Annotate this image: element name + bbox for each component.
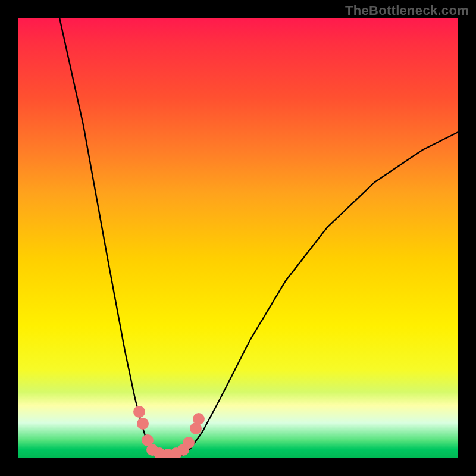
curve-marker (183, 437, 195, 449)
watermark-text: TheBottleneck.com (345, 3, 469, 18)
curve-marker (193, 413, 205, 425)
curve-marker (133, 406, 145, 418)
chart-plot-area (18, 18, 458, 458)
bottleneck-curve (60, 18, 458, 458)
chart-container: TheBottleneck.com (0, 0, 476, 476)
curve-marker (137, 418, 149, 430)
chart-svg (18, 18, 458, 458)
